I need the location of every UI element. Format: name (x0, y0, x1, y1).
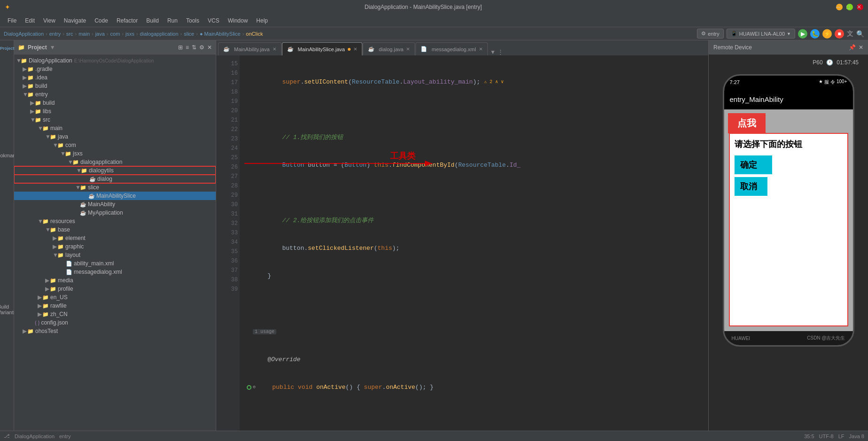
breadcrumb-project[interactable]: DialogApplication (4, 31, 44, 37)
tree-item-main[interactable]: ▼ 📁 main (14, 124, 216, 132)
tree-item-profile[interactable]: ▶ 📁 profile (14, 285, 216, 293)
menu-view[interactable]: View (39, 16, 59, 25)
run-config-device[interactable]: 📱 HUAWEI LNA-AL00 ▼ (727, 29, 795, 39)
tree-item-config-json[interactable]: { } config.json (14, 318, 216, 327)
collapse-all-icon[interactable]: ⊞ (178, 44, 183, 51)
tree-item-layout[interactable]: ▼ 📁 layout (14, 251, 216, 259)
menu-help[interactable]: Help (252, 16, 272, 25)
minimize-button[interactable]: ─ (836, 4, 843, 10)
phone-status-bar: 7:27 ★ 服 令 100+ (724, 76, 853, 89)
tab-close-dialog[interactable]: ✕ (406, 46, 410, 52)
run-config-entry[interactable]: ⚙ entry (697, 29, 723, 39)
tree-item-entry[interactable]: ▼ 📁 entry (14, 90, 216, 99)
tab-mainability[interactable]: ☕ MainAbility.java ✕ (218, 42, 282, 55)
tab-close-mainability[interactable]: ✕ (273, 46, 276, 52)
menu-build[interactable]: Build (142, 16, 163, 25)
build-variants-toggle[interactable]: Build Variants (1, 303, 13, 316)
menu-refactor[interactable]: Refactor (113, 16, 141, 25)
tab-dialog[interactable]: ☕ dialog.java ✕ (363, 42, 415, 55)
tree-item-gradle[interactable]: ▶ 📁 .gradle (14, 65, 216, 73)
breadcrumb-onclick[interactable]: onClick (246, 31, 263, 37)
tree-item-build-root[interactable]: ▶ 📁 build (14, 82, 216, 90)
tree-item-root[interactable]: ▼ 📁 DialogApplication E:\HarmonyOsCode\D… (14, 56, 216, 65)
menu-window[interactable]: Window (224, 16, 252, 25)
tree-item-rawfile[interactable]: ▶ 📁 rawfile (14, 302, 216, 310)
search-icon[interactable]: 🔍 (856, 30, 864, 38)
tree-item-dialogutils[interactable]: ▼ 📁 dialogytils (14, 166, 216, 175)
tree-item-dialogapplication[interactable]: ▼ 📁 dialogapplication (14, 158, 216, 166)
menu-code[interactable]: Code (91, 16, 112, 25)
tree-item-java[interactable]: ▼ 📁 java (14, 132, 216, 141)
run-button[interactable]: ▶ (798, 29, 807, 39)
breadcrumb-jsxs[interactable]: jsxs (125, 31, 134, 37)
phone-red-btn-label: 点我 (737, 118, 756, 128)
menu-file[interactable]: File (4, 16, 20, 25)
tree-item-media[interactable]: ▶ 📁 media (14, 276, 216, 285)
close-device-panel-icon[interactable]: ✕ (859, 44, 863, 51)
tree-item-dialog[interactable]: ☕ dialog (14, 175, 216, 183)
menu-run[interactable]: Run (164, 16, 181, 25)
tree-item-idea[interactable]: ▶ 📁 .idea (14, 73, 216, 82)
tree-item-graphic[interactable]: ▶ 📁 graphic (14, 242, 216, 251)
close-panel-icon[interactable]: ✕ (207, 44, 212, 51)
maximize-button[interactable]: □ (846, 4, 853, 10)
tree-label-messagedialog-xml: messagedialog.xml (74, 269, 122, 275)
tree-item-zh-cn[interactable]: ▶ 📁 zh_CN (14, 310, 216, 318)
window-controls: ─ □ ✕ (836, 4, 863, 10)
breadcrumb-mainabilityslice[interactable]: ● MainAbilitySlice (200, 31, 241, 37)
stop-button[interactable]: ■ (835, 29, 844, 39)
bookmarks-toggle[interactable]: Bookmarks (1, 149, 13, 162)
network-icon: 令 (830, 79, 835, 85)
close-button[interactable]: ✕ (857, 4, 863, 10)
tree-item-com[interactable]: ▼ 📁 com (14, 141, 216, 149)
debug-button[interactable]: 🐛 (810, 29, 820, 39)
breadcrumb-slice[interactable]: slice (184, 31, 194, 37)
tree-item-build-entry[interactable]: ▶ 📁 build (14, 99, 216, 107)
device-model: P60 (813, 59, 822, 66)
tree-sort-icon[interactable]: ⇅ (192, 44, 196, 51)
tree-item-en-us[interactable]: ▶ 📁 en_US (14, 293, 216, 302)
breadcrumb-main[interactable]: main (78, 31, 90, 37)
breadcrumb-src[interactable]: src (66, 31, 73, 37)
tab-close-messagedialog[interactable]: ✕ (479, 46, 483, 52)
tree-item-jsxs[interactable]: ▼ 📁 jsxs (14, 149, 216, 158)
tree-settings-icon[interactable]: ≡ (186, 44, 189, 51)
menu-vcs[interactable]: VCS (204, 16, 223, 25)
tree-item-slice[interactable]: ▼ 📁 slice (14, 183, 216, 192)
menu-navigate[interactable]: Navigate (60, 16, 90, 25)
breadcrumb-java[interactable]: java (95, 31, 105, 37)
tab-close-mainabilityslice[interactable]: ✕ (353, 46, 357, 52)
project-icon: 📁 (18, 44, 25, 51)
tree-item-libs[interactable]: ▶ 📁 libs (14, 107, 216, 116)
project-panel-toggle[interactable]: Project (1, 42, 13, 54)
tree-item-messagedialog-xml[interactable]: 📄 messagedialog.xml (14, 268, 216, 276)
tree-item-element[interactable]: ▶ 📁 element (14, 234, 216, 242)
tab-overflow-icon[interactable]: ▼ (490, 49, 496, 55)
tab-gear-icon[interactable]: ⋮ (498, 49, 503, 55)
tree-item-ohostest[interactable]: ▶ 📁 ohosTest (14, 327, 216, 335)
active-method-icon: ⊕ (253, 383, 256, 392)
menu-edit[interactable]: Edit (21, 16, 39, 25)
translate-icon[interactable]: 文 (847, 30, 853, 38)
run-config-label: entry (708, 31, 719, 37)
profile-button[interactable]: ⚡ (822, 29, 832, 39)
breadcrumb-dialogapplication[interactable]: dialogapplication (140, 31, 179, 37)
tree-label-base: base (58, 226, 70, 233)
code-editor[interactable]: super.setUIContent(ResourceTable.Layout_… (240, 55, 708, 431)
tab-mainabilityslice[interactable]: ☕ MainAbilitySlice.java ✕ (282, 42, 362, 55)
tree-item-mainability[interactable]: ☕ MainAbility (14, 200, 216, 209)
gear-icon[interactable]: ⚙ (199, 44, 204, 51)
tree-item-base[interactable]: ▼ 📁 base (14, 225, 216, 234)
tree-item-mainabilityslice[interactable]: ☕ MainAbilitySlice (14, 192, 216, 200)
tab-messagedialog[interactable]: 📄 messagedialog.xml ✕ (415, 42, 487, 55)
tree-item-src[interactable]: ▼ 📁 src (14, 116, 216, 124)
breadcrumb-entry[interactable]: entry (49, 31, 61, 37)
line-col: 35:5 (804, 433, 814, 439)
tree-item-resources[interactable]: ▼ 📁 resources (14, 217, 216, 225)
tree-item-ability-main-xml[interactable]: 📄 ability_main.xml (14, 259, 216, 268)
breadcrumb-com[interactable]: com (110, 31, 120, 37)
pin-icon[interactable]: 📌 (849, 44, 856, 51)
menu-tools[interactable]: Tools (182, 16, 203, 25)
tree-item-myapplication[interactable]: ☕ MyApplication (14, 209, 216, 217)
dropdown-arrow[interactable]: ▼ (50, 44, 55, 51)
